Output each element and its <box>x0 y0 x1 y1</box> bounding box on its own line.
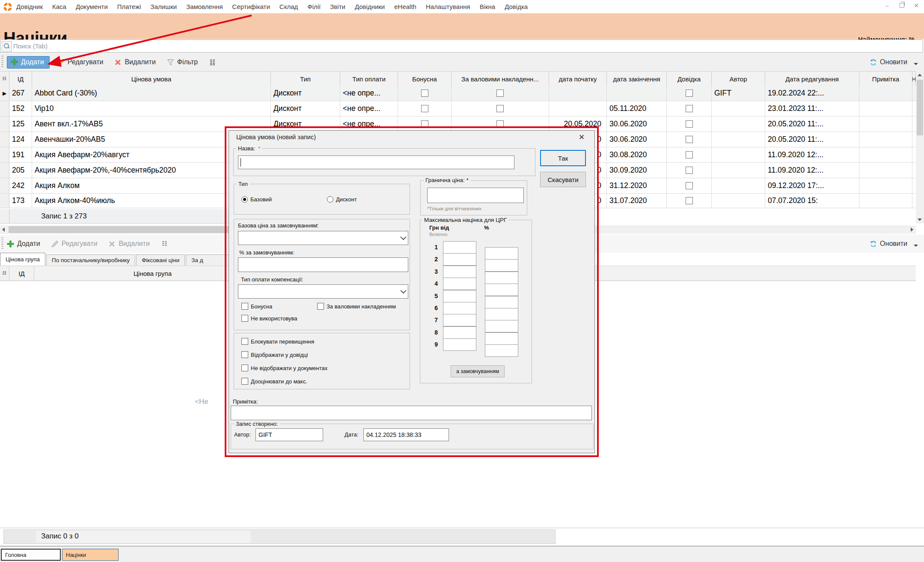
menu-item-1[interactable]: Каса <box>52 3 66 10</box>
menu-item-12[interactable]: Налаштування <box>426 3 470 10</box>
crg-percent-input-2[interactable] <box>485 259 518 272</box>
crg-percent-input-1[interactable] <box>485 247 518 260</box>
crg-amount-input-8[interactable] <box>443 326 476 339</box>
column-header-note[interactable]: Примітка <box>859 72 912 86</box>
checkbox-gross[interactable]: За валовими накладенням <box>317 303 410 310</box>
crg-percent-input-5[interactable] <box>485 296 518 308</box>
crg-amount-input-3[interactable] <box>443 266 476 278</box>
checkbox-not-used[interactable]: Не використовува <box>241 315 297 322</box>
name-input[interactable] <box>238 155 514 169</box>
pct-default-input[interactable] <box>238 257 408 272</box>
author-input[interactable]: GIFT <box>256 428 323 441</box>
cell-checkbox-ref[interactable] <box>667 86 712 101</box>
menu-item-2[interactable]: Документи <box>76 3 108 10</box>
cell-checkbox-ref[interactable] <box>667 147 712 162</box>
column-header-date_end[interactable]: дата закінчення <box>607 72 667 86</box>
cell-checkbox-ref[interactable] <box>667 132 712 147</box>
column-chooser-icon-lower[interactable] <box>161 240 168 248</box>
filter-button[interactable]: Фільтр <box>167 58 198 66</box>
add-button-lower[interactable]: Додати <box>7 240 40 248</box>
menu-item-4[interactable]: Залишки <box>151 3 177 10</box>
limit-price-input[interactable] <box>427 188 524 203</box>
column-header-gross[interactable]: За валовими накладенн... <box>452 72 549 86</box>
column-header-name[interactable]: Цінова умова <box>32 72 271 86</box>
crg-amount-input-5[interactable] <box>443 290 476 302</box>
refresh-dropdown-caret[interactable] <box>914 63 918 65</box>
lower-tab-0[interactable]: Цінова група <box>0 253 45 266</box>
dialog-close-button[interactable]: ✕ <box>576 133 587 142</box>
lower-header-id[interactable]: ІД <box>9 266 34 281</box>
crg-percent-input-4[interactable] <box>485 284 518 296</box>
cell-checkbox-bonus[interactable] <box>398 117 452 132</box>
refresh-button-lower[interactable]: Оновити <box>880 240 907 248</box>
crg-percent-input-8[interactable] <box>485 332 518 345</box>
delete-button[interactable]: Видалити <box>114 58 155 66</box>
close-button[interactable]: ✕ <box>912 2 921 9</box>
column-header-ref[interactable]: Довідка <box>667 72 712 86</box>
delete-button-lower[interactable]: Видалити <box>108 240 149 248</box>
column-header-n[interactable]: Н <box>912 72 916 86</box>
vertical-scrollbar[interactable] <box>916 71 924 224</box>
lower-column-chooser-corner[interactable] <box>0 266 9 281</box>
lower-tab-1[interactable]: По постачальнику/виробнику <box>46 254 135 266</box>
taskbar-tab-home[interactable]: Головна <box>1 549 61 561</box>
menu-item-3[interactable]: Платежі <box>117 3 141 10</box>
column-header-edited[interactable]: Дата редагування <box>765 72 859 86</box>
cell-checkbox-ref[interactable] <box>667 163 712 178</box>
crg-percent-input-9[interactable] <box>485 344 518 357</box>
note-input[interactable] <box>231 406 592 420</box>
checkbox-show-in-ref[interactable]: Відображати у довідці <box>241 351 308 358</box>
column-header-date_start[interactable]: дата початку <box>549 72 607 86</box>
cell-checkbox-gross[interactable] <box>452 101 549 116</box>
menu-item-5[interactable]: Замовлення <box>186 3 223 10</box>
crg-percent-input-6[interactable] <box>485 308 518 320</box>
ok-button[interactable]: Так <box>540 150 586 166</box>
table-row[interactable]: 152Vip10Дисконт<не опре...05.11.202023.0… <box>0 101 916 117</box>
toolbar-grip-lower[interactable] <box>1 237 3 250</box>
pay-type-combo[interactable] <box>238 284 408 299</box>
cell-checkbox-bonus[interactable] <box>398 86 452 101</box>
cell-checkbox-ref[interactable] <box>667 178 712 193</box>
menu-item-0[interactable]: Довідник <box>16 3 43 10</box>
cell-checkbox-ref[interactable] <box>667 101 712 116</box>
restore-button[interactable] <box>897 2 906 9</box>
cell-checkbox-ref[interactable] <box>667 117 712 132</box>
column-header-author[interactable]: Автор <box>712 72 765 86</box>
edit-button-lower[interactable]: Редагувати <box>51 240 98 248</box>
lower-tab-2[interactable]: Фіксовані ціни <box>136 254 185 266</box>
crg-amount-input-4[interactable] <box>443 278 476 290</box>
refresh-button[interactable]: Оновити <box>880 58 907 66</box>
edit-button[interactable]: Редагувати <box>57 58 104 66</box>
taskbar-tab-nacinky[interactable]: Націнки <box>62 549 119 561</box>
column-header-pay[interactable]: Тип оплати <box>340 72 398 86</box>
cell-checkbox-bonus[interactable] <box>398 101 452 116</box>
crg-percent-input-3[interactable] <box>485 272 518 284</box>
column-header-type[interactable]: Тип <box>271 72 340 86</box>
menu-item-13[interactable]: Вікна <box>480 3 496 10</box>
crg-amount-input-1[interactable] <box>443 241 476 254</box>
crg-amount-input-9[interactable] <box>443 338 476 351</box>
menu-item-10[interactable]: Довідники <box>355 3 385 10</box>
menu-item-8[interactable]: Філії <box>307 3 321 10</box>
cell-checkbox-ref[interactable] <box>667 194 712 208</box>
column-header-bonus[interactable]: Бонусна <box>398 72 452 86</box>
toolbar-grip[interactable] <box>1 56 3 69</box>
column-chooser-corner[interactable] <box>0 72 9 86</box>
crg-amount-input-2[interactable] <box>443 253 476 266</box>
checkbox-hide-in-docs[interactable]: Не відображати у документах <box>241 365 327 371</box>
cell-checkbox-gross[interactable] <box>452 86 549 101</box>
menu-item-14[interactable]: Довідка <box>505 3 528 10</box>
crg-amount-input-6[interactable] <box>443 302 476 314</box>
column-header-id[interactable]: ІД <box>9 72 32 86</box>
radio-base[interactable]: Базовий <box>241 196 272 203</box>
base-price-combo[interactable] <box>238 231 408 245</box>
crg-percent-input-7[interactable] <box>485 320 518 332</box>
checkbox-bonus[interactable]: Бонусна <box>241 303 272 310</box>
refresh-dropdown-caret-lower[interactable] <box>914 245 918 247</box>
radio-discount[interactable]: Дисконт <box>327 196 357 203</box>
checkbox-reprice-to-max[interactable]: Дооцінювати до макс. <box>241 378 307 385</box>
table-row[interactable]: ▶267Abbot Card (-30%)Дисконт<не опре...G… <box>0 86 916 101</box>
crg-amount-input-7[interactable] <box>443 314 476 326</box>
table-row[interactable]: 125Авент вкл.-17%АВ5Дисконт<не опре...20… <box>0 117 916 132</box>
menu-item-9[interactable]: Звіти <box>330 3 345 10</box>
